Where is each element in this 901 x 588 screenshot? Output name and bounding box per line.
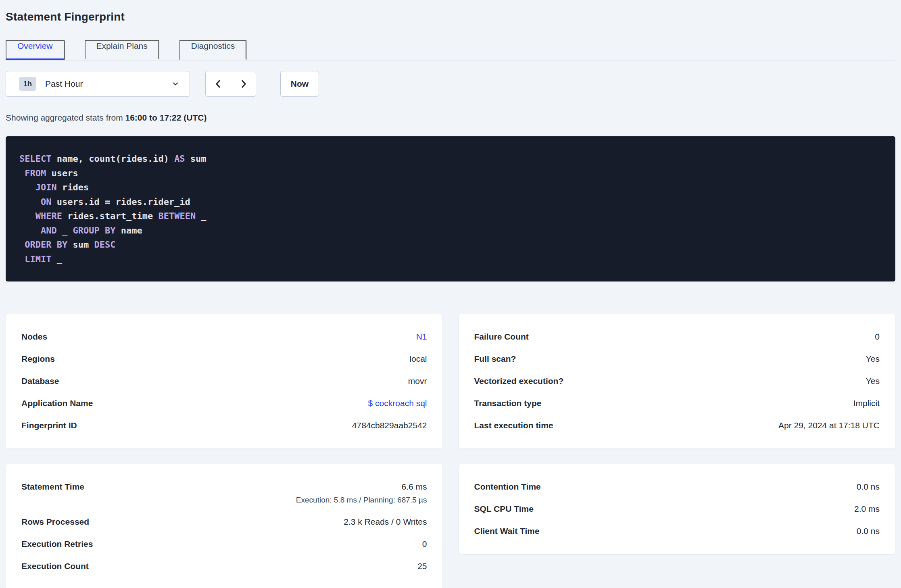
row-label: Contention Time <box>474 482 541 492</box>
chevron-down-icon <box>171 79 180 88</box>
summary-row: Statement Time6.6 msExecution: 5.8 ms / … <box>21 482 427 505</box>
summary-row: Client Wait Time0.0 ns <box>474 526 880 536</box>
tab-explain-plans[interactable]: Explain Plans <box>85 40 159 60</box>
row-label: Execution Count <box>21 561 89 571</box>
caption-prefix: Showing aggregated stats from <box>6 113 125 122</box>
summary-row: Regionslocal <box>21 354 427 364</box>
next-time-button[interactable] <box>231 71 256 96</box>
row-label: Database <box>21 376 59 386</box>
summary-row: Execution Retries0 <box>21 539 427 549</box>
row-label: Last execution time <box>474 421 553 430</box>
time-range-badge: 1h <box>19 77 36 91</box>
row-label: Execution Retries <box>21 539 93 549</box>
row-value-link[interactable]: N1 <box>416 332 427 341</box>
row-value: 0.0 ns <box>857 526 880 536</box>
summary-row: Application Name$ cockroach sql <box>21 398 427 408</box>
row-label: Application Name <box>21 398 93 408</box>
summary-row: Rows Processed2.3 k Reads / 0 Writes <box>21 517 427 527</box>
sql-line: FROM users <box>19 166 882 181</box>
chevron-left-icon <box>213 79 223 89</box>
time-range-label: Past Hour <box>45 79 83 89</box>
time-step-group <box>205 71 256 97</box>
summary-row: Vectorized execution?Yes <box>474 376 880 386</box>
row-label: Statement Time <box>21 482 84 492</box>
summary-row: Transaction typeImplicit <box>474 398 880 408</box>
sql-line: LIMIT _ <box>19 252 882 267</box>
row-value-link[interactable]: $ cockroach sql <box>368 398 427 408</box>
summary-row: Execution Count25 <box>21 561 427 571</box>
sql-statement-box: SELECT name, count(rides.id) AS sum FROM… <box>6 136 895 281</box>
row-subvalue: Execution: 5.8 ms / Planning: 687.5 µs <box>296 496 427 505</box>
row-value: 2.3 k Reads / 0 Writes <box>344 517 427 526</box>
page-title: Statement Fingerprint <box>6 10 895 23</box>
sql-line: ORDER BY sum DESC <box>19 238 882 252</box>
row-label: Transaction type <box>474 398 542 408</box>
summary-row: SQL CPU Time2.0 ms <box>474 504 880 514</box>
row-value: Apr 29, 2024 at 17:18 UTC <box>778 421 880 430</box>
row-label: Full scan? <box>474 354 516 364</box>
summary-row: Contention Time0.0 ns <box>474 482 880 492</box>
execution-attributes-card: Failure Count0Full scan?YesVectorized ex… <box>459 314 896 449</box>
row-label: Vectorized execution? <box>474 376 564 386</box>
sql-line: JOIN rides <box>19 180 882 195</box>
row-label: Nodes <box>21 332 47 342</box>
summary-row: Databasemovr <box>21 376 427 386</box>
row-value: Yes <box>866 376 880 386</box>
summary-row: Last execution timeApr 29, 2024 at 17:18… <box>474 421 880 430</box>
row-value: Yes <box>866 354 880 363</box>
row-label: SQL CPU Time <box>474 504 534 514</box>
aggregated-stats-caption: Showing aggregated stats from 16:00 to 1… <box>6 113 895 123</box>
wait-times-card: Contention Time0.0 nsSQL CPU Time2.0 msC… <box>459 464 896 555</box>
statement-times-card: Statement Time6.6 msExecution: 5.8 ms / … <box>6 464 443 588</box>
row-value: Implicit <box>853 398 880 408</box>
summary-cards: NodesN1RegionslocalDatabasemovrApplicati… <box>6 314 895 588</box>
chevron-right-icon <box>239 79 248 89</box>
sql-line: AND _ GROUP BY name <box>19 223 882 238</box>
tab-diagnostics[interactable]: Diagnostics <box>179 40 247 60</box>
row-value: movr <box>408 376 427 386</box>
row-value: 0 <box>422 539 427 548</box>
time-range-dropdown[interactable]: 1h Past Hour <box>6 71 190 97</box>
now-button[interactable]: Now <box>280 71 319 97</box>
time-controls: 1h Past Hour Now <box>6 71 895 97</box>
sql-line: ON users.id = rides.rider_id <box>19 195 882 209</box>
prev-time-button[interactable] <box>206 71 231 96</box>
row-value: 6.6 ms <box>401 482 427 491</box>
tab-bar: Overview Explain Plans Diagnostics <box>6 40 895 60</box>
sql-line: WHERE rides.start_time BETWEEN _ <box>19 209 882 223</box>
summary-row: Fingerprint ID4784cb829aab2542 <box>21 421 427 430</box>
row-value: 4784cb829aab2542 <box>352 421 427 430</box>
tab-overview[interactable]: Overview <box>6 40 65 60</box>
row-value: 25 <box>417 561 427 571</box>
row-label: Failure Count <box>474 332 529 342</box>
row-label: Regions <box>21 354 55 364</box>
row-value: local <box>409 354 427 363</box>
overview-card: NodesN1RegionslocalDatabasemovrApplicati… <box>6 314 443 449</box>
row-value: 2.0 ms <box>854 504 880 513</box>
summary-row: Full scan?Yes <box>474 354 880 364</box>
row-label: Rows Processed <box>21 517 89 527</box>
row-value: 0 <box>875 332 880 341</box>
row-label: Client Wait Time <box>474 526 540 536</box>
summary-row: NodesN1 <box>21 332 427 342</box>
row-value: 0.0 ns <box>857 482 880 491</box>
sql-line: SELECT name, count(rides.id) AS sum <box>19 152 882 166</box>
caption-time-range: 16:00 to 17:22 (UTC) <box>125 113 207 122</box>
row-label: Fingerprint ID <box>21 421 77 430</box>
summary-row: Failure Count0 <box>474 332 880 342</box>
